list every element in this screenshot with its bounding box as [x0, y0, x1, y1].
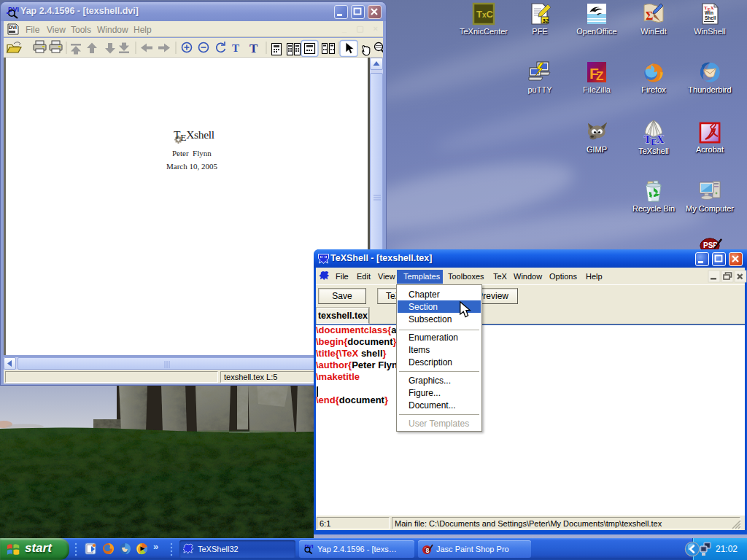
svg-text:Z: Z	[596, 69, 603, 83]
svg-text:»: »	[153, 541, 158, 552]
svg-text:DVI: DVI	[8, 6, 19, 13]
svg-text:Shell: Shell	[705, 15, 716, 20]
svg-text:T: T	[249, 42, 258, 55]
svg-text:T: T	[232, 42, 239, 54]
svg-text:32: 32	[543, 18, 549, 24]
svg-text:8: 8	[426, 547, 430, 554]
svg-text:Σ: Σ	[646, 9, 653, 22]
svg-text:DVI: DVI	[9, 25, 17, 30]
svg-text:DVI: DVI	[304, 543, 313, 550]
svg-text:Win: Win	[705, 10, 713, 15]
svg-text:TxC: TxC	[476, 9, 494, 20]
